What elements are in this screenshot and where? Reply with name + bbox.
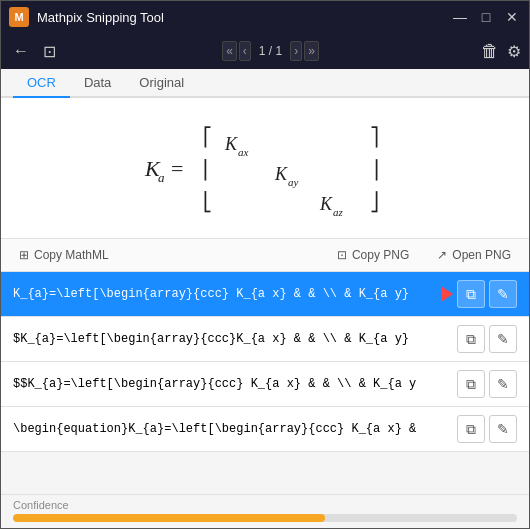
copy-png-button[interactable]: ⊡ Copy PNG (331, 245, 415, 265)
nav-first-button[interactable]: « (222, 41, 237, 61)
screens-button[interactable]: ⊡ (39, 40, 60, 63)
confidence-bar-fill (13, 514, 325, 522)
result-edit-button-3[interactable]: ✎ (489, 370, 517, 398)
confidence-area: Confidence (1, 494, 529, 528)
copy-icon-3: ⧉ (466, 376, 476, 393)
window-controls: — □ ✕ (451, 8, 521, 26)
result-copy-button-1[interactable]: ⧉ (457, 280, 485, 308)
copy-icon-1: ⧉ (466, 286, 476, 303)
svg-text:K: K (274, 164, 288, 184)
confidence-label: Confidence (13, 499, 517, 511)
result-copy-button-2[interactable]: ⧉ (457, 325, 485, 353)
action-bar: ⊞ Copy MathML ⊡ Copy PNG ↗ Open PNG (1, 238, 529, 272)
svg-text:ax: ax (238, 146, 249, 158)
toolbar: ← ⊡ « ‹ 1 / 1 › » 🗑 ⚙ (1, 33, 529, 69)
svg-text:az: az (333, 206, 344, 218)
content-area: K a = ⎡ ⎢ ⎣ K ax K ay K az ⎤ ⎥ ⎦ (1, 98, 529, 528)
open-png-icon: ↗ (437, 248, 447, 262)
result-edit-button-1[interactable]: ✎ (489, 280, 517, 308)
math-preview: K a = ⎡ ⎢ ⎣ K ax K ay K az ⎤ ⎥ ⎦ (1, 98, 529, 238)
result-text-2: $K_{a}=\left[\begin{array}{ccc}K_{a x} &… (13, 332, 457, 346)
result-text-1: K_{a}=\left[\begin{array}{ccc} K_{a x} &… (13, 287, 441, 301)
svg-text:⎥: ⎥ (370, 159, 379, 181)
result-actions-2: ⧉ ✎ (457, 325, 517, 353)
svg-text:K: K (319, 194, 333, 214)
svg-text:⎡: ⎡ (203, 126, 212, 148)
result-item-3[interactable]: $$K_{a}=\left[\begin{array}{ccc} K_{a x}… (1, 362, 529, 407)
open-png-button[interactable]: ↗ Open PNG (431, 245, 517, 265)
svg-text:=: = (171, 156, 183, 181)
back-button[interactable]: ← (9, 40, 33, 62)
svg-text:⎢: ⎢ (203, 159, 212, 181)
svg-text:⎦: ⎦ (370, 191, 379, 213)
tabs-bar: OCR Data Original (1, 69, 529, 98)
math-formula-svg: K a = ⎡ ⎢ ⎣ K ax K ay K az ⎤ ⎥ ⎦ (85, 108, 445, 228)
svg-text:⎤: ⎤ (370, 126, 379, 148)
copy-icon-2: ⧉ (466, 331, 476, 348)
svg-text:ay: ay (288, 176, 299, 188)
results-list: K_{a}=\left[\begin{array}{ccc} K_{a x} &… (1, 272, 529, 494)
result-edit-button-2[interactable]: ✎ (489, 325, 517, 353)
settings-button[interactable]: ⚙ (507, 42, 521, 61)
app-logo: M (9, 7, 29, 27)
trash-button[interactable]: 🗑 (481, 41, 499, 62)
result-actions-1: ⧉ ✎ (457, 280, 517, 308)
svg-text:a: a (158, 170, 165, 185)
edit-icon-2: ✎ (497, 331, 509, 347)
confidence-bar-background (13, 514, 517, 522)
toolbar-right: 🗑 ⚙ (481, 41, 521, 62)
result-copy-button-3[interactable]: ⧉ (457, 370, 485, 398)
result-actions-4: ⧉ ✎ (457, 415, 517, 443)
result-text-3: $$K_{a}=\left[\begin{array}{ccc} K_{a x}… (13, 377, 457, 391)
result-item-4[interactable]: \begin{equation}K_{a}=\left[\begin{array… (1, 407, 529, 452)
svg-text:⎣: ⎣ (203, 191, 212, 213)
tab-data[interactable]: Data (70, 69, 125, 98)
nav-next-button[interactable]: › (290, 41, 302, 61)
window-title: Mathpix Snipping Tool (37, 10, 451, 25)
main-window: M Mathpix Snipping Tool — □ ✕ ← ⊡ « ‹ 1 … (0, 0, 530, 529)
mathml-icon: ⊞ (19, 248, 29, 262)
maximize-button[interactable]: □ (477, 8, 495, 26)
arrow-indicator (441, 286, 453, 302)
result-item-2[interactable]: $K_{a}=\left[\begin{array}{ccc}K_{a x} &… (1, 317, 529, 362)
result-item-1[interactable]: K_{a}=\left[\begin{array}{ccc} K_{a x} &… (1, 272, 529, 317)
result-actions-3: ⧉ ✎ (457, 370, 517, 398)
result-text-4: \begin{equation}K_{a}=\left[\begin{array… (13, 422, 457, 436)
pagination-controls: « ‹ 1 / 1 › » (222, 41, 319, 61)
page-indicator: 1 / 1 (253, 44, 288, 58)
svg-text:K: K (224, 134, 238, 154)
edit-icon-4: ✎ (497, 421, 509, 437)
nav-prev-button[interactable]: ‹ (239, 41, 251, 61)
minimize-button[interactable]: — (451, 8, 469, 26)
result-copy-button-4[interactable]: ⧉ (457, 415, 485, 443)
result-edit-button-4[interactable]: ✎ (489, 415, 517, 443)
close-button[interactable]: ✕ (503, 8, 521, 26)
nav-last-button[interactable]: » (304, 41, 319, 61)
tab-original[interactable]: Original (125, 69, 198, 98)
edit-icon-1: ✎ (497, 286, 509, 302)
copy-icon-4: ⧉ (466, 421, 476, 438)
edit-icon-3: ✎ (497, 376, 509, 392)
copy-png-icon: ⊡ (337, 248, 347, 262)
title-bar: M Mathpix Snipping Tool — □ ✕ (1, 1, 529, 33)
tab-ocr[interactable]: OCR (13, 69, 70, 98)
copy-mathml-button[interactable]: ⊞ Copy MathML (13, 245, 115, 265)
